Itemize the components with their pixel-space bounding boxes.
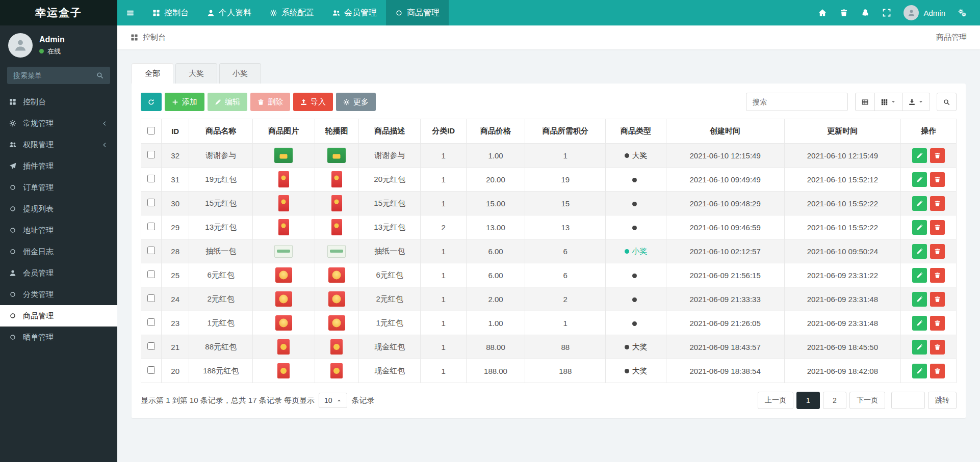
tab-0[interactable]: 全部 bbox=[132, 63, 173, 84]
tab-2[interactable]: 小奖 bbox=[219, 63, 261, 84]
page-button-1[interactable]: 1 bbox=[796, 392, 820, 409]
table-search-input[interactable] bbox=[746, 93, 848, 111]
toggle-view-button[interactable] bbox=[855, 93, 875, 111]
topnav-trash-button[interactable] bbox=[833, 0, 855, 25]
more-button[interactable]: 更多 bbox=[336, 93, 376, 111]
product-image[interactable] bbox=[277, 363, 290, 378]
row-checkbox[interactable] bbox=[147, 223, 155, 230]
row-edit-button[interactable] bbox=[912, 196, 927, 211]
next-page-button[interactable]: 下一页 bbox=[849, 392, 885, 409]
sidebar-item-10[interactable]: 商品管理 bbox=[0, 305, 117, 327]
product-image[interactable] bbox=[274, 148, 293, 163]
row-edit-button[interactable] bbox=[912, 268, 927, 283]
carousel-image[interactable] bbox=[328, 291, 345, 307]
topnav-home-button[interactable] bbox=[812, 0, 833, 25]
row-edit-button[interactable] bbox=[912, 148, 927, 163]
row-checkbox[interactable] bbox=[147, 175, 155, 182]
row-delete-button[interactable] bbox=[930, 244, 945, 259]
row-edit-button[interactable] bbox=[912, 316, 927, 331]
sidebar-item-2[interactable]: 权限管理 bbox=[0, 134, 117, 155]
product-image[interactable] bbox=[274, 245, 293, 258]
topnav-item-3[interactable]: 会员管理 bbox=[323, 0, 386, 25]
row-edit-button[interactable] bbox=[912, 292, 927, 307]
sidebar-item-6[interactable]: 地址管理 bbox=[0, 220, 117, 241]
topnav-item-2[interactable]: 系统配置 bbox=[261, 0, 323, 25]
carousel-image[interactable] bbox=[331, 171, 342, 187]
tab-1[interactable]: 大奖 bbox=[175, 63, 217, 84]
row-delete-button[interactable] bbox=[930, 196, 945, 211]
carousel-image[interactable] bbox=[330, 339, 343, 355]
export-button[interactable] bbox=[902, 93, 930, 111]
topnav-item-0[interactable]: 控制台 bbox=[143, 0, 198, 25]
topnav-service-button[interactable] bbox=[855, 0, 876, 25]
row-edit-button[interactable] bbox=[912, 220, 927, 235]
add-button[interactable]: 添加 bbox=[165, 93, 204, 111]
admin-menu[interactable]: Admin bbox=[897, 5, 951, 20]
jump-page-input[interactable] bbox=[891, 392, 925, 409]
topnav-item-4[interactable]: 商品管理 bbox=[386, 0, 449, 25]
product-image[interactable] bbox=[275, 315, 292, 331]
columns-button[interactable] bbox=[874, 93, 902, 111]
topnav-expand-button[interactable] bbox=[876, 0, 897, 25]
row-checkbox[interactable] bbox=[147, 247, 155, 254]
jump-button[interactable]: 跳转 bbox=[928, 392, 957, 409]
row-delete-button[interactable] bbox=[930, 292, 945, 307]
sidebar-item-11[interactable]: 晒单管理 bbox=[0, 327, 117, 348]
page-button-2[interactable]: 2 bbox=[823, 392, 846, 409]
row-edit-button[interactable] bbox=[912, 172, 927, 187]
product-image[interactable] bbox=[277, 339, 290, 355]
row-delete-button[interactable] bbox=[930, 340, 945, 355]
sidebar-item-0[interactable]: 控制台 bbox=[0, 91, 117, 113]
carousel-image[interactable] bbox=[331, 219, 342, 235]
row-checkbox[interactable] bbox=[147, 342, 155, 350]
row-edit-button[interactable] bbox=[912, 364, 927, 378]
row-edit-button[interactable] bbox=[912, 244, 927, 259]
row-delete-button[interactable] bbox=[930, 364, 945, 378]
row-checkbox[interactable] bbox=[147, 294, 155, 302]
carousel-image[interactable] bbox=[328, 315, 345, 331]
carousel-image[interactable] bbox=[327, 245, 346, 258]
breadcrumb-home[interactable]: 控制台 bbox=[131, 33, 166, 42]
sidebar-toggle-button[interactable] bbox=[117, 0, 143, 25]
row-delete-button[interactable] bbox=[930, 316, 945, 331]
carousel-image[interactable] bbox=[328, 267, 345, 283]
row-checkbox[interactable] bbox=[147, 151, 155, 158]
advanced-search-button[interactable] bbox=[937, 93, 957, 111]
import-button[interactable]: 导入 bbox=[293, 93, 333, 111]
edit-button[interactable]: 编辑 bbox=[208, 93, 247, 111]
sidebar-item-5[interactable]: 提现列表 bbox=[0, 198, 117, 220]
product-image[interactable] bbox=[275, 267, 292, 283]
row-edit-button[interactable] bbox=[912, 340, 927, 355]
page-size-select[interactable]: 10 bbox=[319, 393, 348, 408]
refresh-button[interactable] bbox=[141, 93, 162, 111]
settings-icon[interactable] bbox=[951, 0, 973, 25]
sidebar-item-7[interactable]: 佣金日志 bbox=[0, 241, 117, 262]
menu-search-input[interactable] bbox=[7, 67, 90, 84]
carousel-image[interactable] bbox=[327, 148, 346, 163]
sidebar-item-8[interactable]: 会员管理 bbox=[0, 262, 117, 284]
sidebar-item-9[interactable]: 分类管理 bbox=[0, 284, 117, 305]
topnav-item-1[interactable]: 个人资料 bbox=[198, 0, 261, 25]
row-checkbox[interactable] bbox=[147, 199, 155, 206]
delete-button[interactable]: 删除 bbox=[250, 93, 290, 111]
row-delete-button[interactable] bbox=[930, 148, 945, 163]
product-image[interactable] bbox=[278, 195, 289, 211]
sidebar-item-3[interactable]: 插件管理 bbox=[0, 155, 117, 177]
sidebar-item-4[interactable]: 订单管理 bbox=[0, 177, 117, 198]
carousel-image[interactable] bbox=[331, 195, 342, 211]
app-logo[interactable]: 幸运盒子 bbox=[0, 0, 117, 25]
carousel-image[interactable] bbox=[330, 363, 343, 378]
select-all-checkbox[interactable] bbox=[147, 127, 155, 134]
product-image[interactable] bbox=[275, 291, 292, 307]
menu-search-button[interactable] bbox=[90, 67, 110, 84]
row-delete-button[interactable] bbox=[930, 172, 945, 187]
product-image[interactable] bbox=[278, 219, 289, 235]
row-checkbox[interactable] bbox=[147, 270, 155, 278]
row-checkbox[interactable] bbox=[147, 366, 155, 374]
sidebar-item-1[interactable]: 常规管理 bbox=[0, 113, 117, 134]
row-delete-button[interactable] bbox=[930, 268, 945, 283]
product-image[interactable] bbox=[278, 171, 289, 187]
row-delete-button[interactable] bbox=[930, 220, 945, 235]
row-checkbox[interactable] bbox=[147, 318, 155, 326]
prev-page-button[interactable]: 上一页 bbox=[758, 392, 793, 409]
